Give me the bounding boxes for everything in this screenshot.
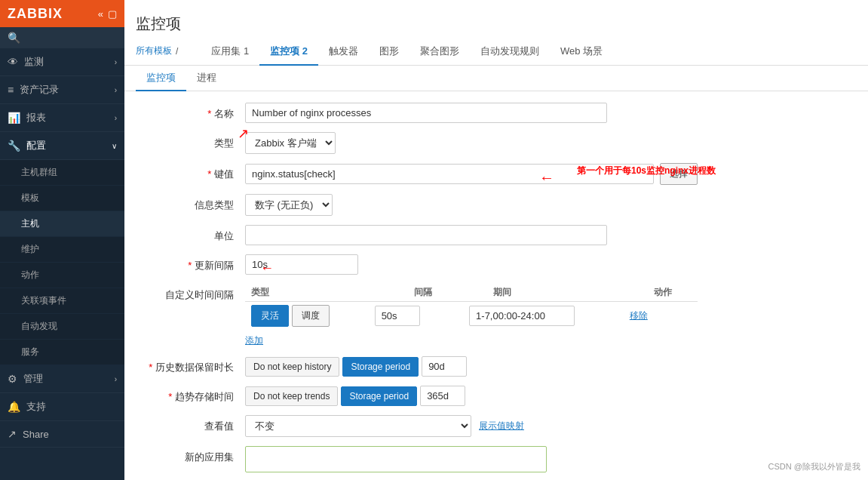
- period-input[interactable]: [469, 306, 575, 326]
- trends-row: 趋势存储时间 Do not keep trends Storage period: [140, 386, 853, 406]
- sidebar-item-monitor[interactable]: 👁 监测 ›: [0, 48, 124, 76]
- sidebar-item-report[interactable]: 📊 报表 ›: [0, 104, 124, 132]
- sidebar-item-templates[interactable]: 模板: [0, 186, 124, 211]
- info-type-select[interactable]: 数字 (无正负): [245, 194, 333, 216]
- new-app-label: 新的应用集: [140, 446, 245, 464]
- sidebar-search-bar[interactable]: 🔍: [0, 27, 124, 48]
- custom-interval-row: 自定义时间间隔 类型 间隔 期间 动作: [140, 284, 853, 347]
- name-row: 名称 ↗: [140, 103, 853, 123]
- type-select[interactable]: Zabbix 客户端: [245, 132, 336, 154]
- trends-control: Do not keep trends Storage period: [245, 386, 698, 406]
- tab-triggers[interactable]: 触发器: [318, 38, 369, 66]
- tab-web-scenes[interactable]: Web 场景: [550, 38, 613, 66]
- value-map-select[interactable]: 不变: [245, 415, 471, 437]
- sidebar-item-discovery[interactable]: 自动发现: [0, 314, 124, 340]
- tab-monitor-items[interactable]: 监控项 2: [259, 38, 318, 66]
- interval-action-cell: 移除: [624, 302, 698, 331]
- sidebar-item-label: 支持: [26, 400, 46, 414]
- info-type-row: 信息类型 数字 (无正负): [140, 194, 853, 216]
- history-value-input[interactable]: [422, 356, 467, 377]
- sidebar-item-maintenance[interactable]: 维护: [0, 237, 124, 263]
- update-interval-control: ←: [245, 254, 698, 275]
- do-not-keep-trends-btn[interactable]: Do not keep trends: [245, 386, 338, 406]
- unit-input[interactable]: [245, 225, 607, 245]
- type-schedule-btn[interactable]: 调度: [292, 305, 330, 327]
- logo: ZABBIX: [8, 6, 63, 22]
- value-map-link[interactable]: 展示值映射: [479, 420, 524, 432]
- arrow-update-icon: ←: [260, 260, 274, 276]
- tab-auto-discovery[interactable]: 自动发现规则: [470, 38, 550, 66]
- info-type-control: 数字 (无正负): [245, 194, 698, 216]
- sidebar-item-admin[interactable]: ⚙ 管理 ›: [0, 365, 124, 393]
- breadcrumb-bar: 所有模板 / 应用集 1 监控项 2 触发器 图形 聚合图形 自动发现规则 We…: [124, 37, 868, 66]
- new-app-input[interactable]: [249, 450, 543, 469]
- watermark: CSDN @除我以外皆是我: [768, 461, 860, 472]
- breadcrumb: 所有模板 /: [136, 45, 182, 57]
- new-app-input-container[interactable]: [245, 446, 547, 472]
- window-icon[interactable]: ▢: [108, 8, 117, 20]
- main-content: 监控项 所有模板 / 应用集 1 监控项 2 触发器 图形 聚合图形 自动发现规…: [124, 0, 868, 480]
- new-app-row: 新的应用集: [140, 446, 853, 472]
- chevron-icon: ›: [115, 114, 117, 122]
- sidebar-item-hosts[interactable]: 主机: [0, 211, 124, 237]
- report-icon: 📊: [8, 112, 20, 124]
- sidebar-item-actions[interactable]: 动作: [0, 263, 124, 288]
- sidebar-item-correlations[interactable]: 关联项事件: [0, 288, 124, 314]
- interval-type-cell: 灵活 调度: [245, 302, 369, 331]
- trends-value-input[interactable]: [420, 386, 465, 406]
- history-storage-btn[interactable]: Storage period: [342, 357, 419, 377]
- interval-value-cell: [369, 302, 463, 331]
- sub-tab-items[interactable]: 监控项: [136, 66, 186, 91]
- history-row: 历史数据保留时长 Do not keep history Storage per…: [140, 356, 853, 377]
- do-not-keep-history-btn[interactable]: Do not keep history: [245, 357, 339, 377]
- chevron-icon: ›: [115, 58, 117, 66]
- interval-row: 灵活 调度 移除: [245, 302, 698, 331]
- monitor-icon: 👁: [8, 56, 18, 68]
- remove-interval-link[interactable]: 移除: [630, 310, 648, 321]
- sub-tab-progress[interactable]: 进程: [186, 66, 227, 91]
- sidebar-item-config[interactable]: 🔧 配置 ∨: [0, 132, 124, 160]
- trends-storage-btn[interactable]: Storage period: [341, 386, 417, 406]
- form-area: 名称 ↗ 类型 Zabbix 客户端 键值 选择: [124, 91, 868, 480]
- search-icon: 🔍: [8, 32, 20, 44]
- config-submenu: 主机群组 模板 主机 维护 动作 关联项事件 自动发现 服务: [0, 160, 124, 365]
- tab-graphs[interactable]: 图形: [369, 38, 409, 66]
- value-map-label: 查看值: [140, 415, 245, 433]
- sidebar-item-services[interactable]: 服务: [0, 340, 124, 365]
- value-map-control: 不变 展示值映射: [245, 415, 698, 437]
- config-icon: 🔧: [8, 140, 20, 152]
- add-interval-link[interactable]: 添加: [245, 335, 263, 346]
- collapse-icon[interactable]: «: [98, 8, 103, 20]
- sidebar-item-label: 监测: [24, 55, 44, 69]
- key-label: 键值: [140, 163, 245, 181]
- type-flexible-btn[interactable]: 灵活: [251, 305, 289, 327]
- breadcrumb-all-templates[interactable]: 所有模板: [136, 45, 172, 57]
- sidebar-item-label: 配置: [26, 139, 46, 152]
- interval-period-cell: [463, 302, 624, 331]
- search-input[interactable]: [25, 32, 124, 43]
- col-type: 类型: [245, 284, 369, 302]
- info-type-label: 信息类型: [140, 194, 245, 212]
- interval-input[interactable]: [375, 306, 420, 326]
- page-header: 监控项: [124, 0, 868, 37]
- col-period: 期间: [463, 284, 624, 302]
- history-input-row: Do not keep history Storage period: [245, 356, 698, 377]
- name-input[interactable]: [245, 103, 607, 123]
- sidebar-item-support[interactable]: 🔔 支持: [0, 393, 124, 421]
- unit-control: [245, 225, 698, 245]
- sidebar-item-share[interactable]: ↗ Share: [0, 421, 124, 448]
- sidebar: ZABBIX « ▢ 🔍 👁 监测 › ≡ 资产记录 › 📊 报表 › 🔧 配置…: [0, 0, 124, 480]
- history-control: Do not keep history Storage period: [245, 356, 698, 377]
- custom-interval-table: 类型 间隔 期间 动作 灵活 调度: [245, 284, 698, 330]
- sidebar-header-icons: « ▢: [98, 8, 117, 20]
- trends-label: 趋势存储时间: [140, 386, 245, 404]
- sidebar-item-host-groups[interactable]: 主机群组: [0, 160, 124, 186]
- sidebar-item-asset[interactable]: ≡ 资产记录 ›: [0, 76, 124, 104]
- breadcrumb-sep-1: /: [176, 46, 178, 57]
- history-label: 历史数据保留时长: [140, 356, 245, 374]
- tab-app-sets[interactable]: 应用集 1: [201, 38, 259, 66]
- trends-input-row: Do not keep trends Storage period: [245, 386, 698, 406]
- sub-tabs-bar: 监控项 进程: [124, 66, 868, 91]
- col-action: 动作: [624, 284, 698, 302]
- tab-agg-graphs[interactable]: 聚合图形: [409, 38, 470, 66]
